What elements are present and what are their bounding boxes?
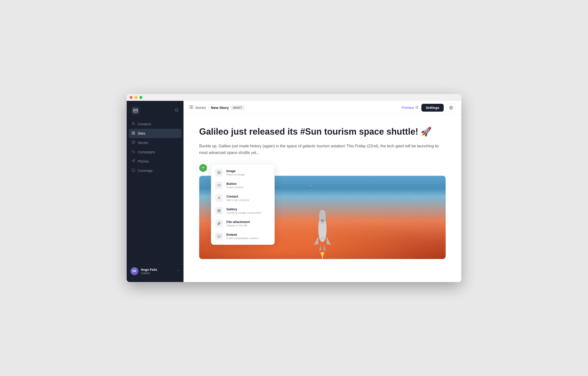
svg-point-27: [321, 219, 324, 221]
block-menu: Image Place an image: [211, 164, 275, 245]
menu-item-button-desc: Insert a button: [226, 186, 270, 189]
menu-item-image[interactable]: Image Place an image: [211, 166, 274, 179]
image-icon: [215, 169, 223, 176]
sidebar-item-coverage-label: Coverage: [138, 169, 153, 173]
menu-item-gallery[interactable]: Gallery Create an image composition: [211, 204, 274, 217]
draft-badge: DRAFT: [231, 106, 244, 110]
svg-rect-19: [219, 209, 220, 210]
menu-item-contact-desc: Add a site contacts: [226, 199, 270, 201]
maximize-dot[interactable]: [139, 96, 142, 99]
sidebar-item-pitches[interactable]: Pitches: [129, 157, 182, 166]
svg-point-2: [132, 122, 134, 124]
article-body[interactable]: Buckle up, Galileo just made history (ag…: [199, 143, 446, 156]
coverage-icon: [132, 168, 135, 173]
svg-rect-28: [319, 237, 326, 239]
menu-item-contact-title: Contact: [226, 195, 270, 198]
svg-rect-22: [218, 235, 220, 237]
breadcrumb-stories[interactable]: Stories: [195, 106, 206, 110]
menu-item-gallery-text: Gallery Create an image composition: [226, 207, 270, 214]
menu-item-gallery-title: Gallery: [226, 207, 270, 211]
sidebar-item-sites[interactable]: Sites: [129, 129, 182, 138]
user-profile[interactable]: HF Hugo Felix Galileo ⌃: [127, 264, 184, 278]
editor-area[interactable]: Galileo just released its #Sun tourism s…: [184, 115, 461, 282]
close-dot[interactable]: [130, 96, 133, 99]
menu-item-image-text: Image Place an image: [226, 169, 270, 176]
svg-point-26: [319, 210, 326, 224]
sidebar-logo-area: [127, 105, 184, 119]
menu-item-button[interactable]: Button Insert a button: [211, 179, 274, 192]
menu-item-embed-text: Embed Insert embeddable content: [226, 233, 270, 240]
svg-point-13: [451, 107, 452, 108]
sidebar-nav: Contacts Sites: [127, 119, 184, 262]
menu-item-button-title: Button: [226, 182, 270, 186]
sidebar-item-pitches-label: Pitches: [138, 159, 149, 163]
contacts-icon: [132, 122, 135, 126]
search-icon[interactable]: [175, 108, 179, 113]
pitches-icon: [132, 159, 135, 164]
sidebar-item-coverage[interactable]: Coverage: [129, 166, 182, 175]
contact-icon: [215, 194, 223, 202]
app-logo-icon: [132, 107, 139, 115]
sidebar-item-stories-label: Stories: [138, 141, 148, 145]
svg-line-1: [177, 111, 178, 112]
button-icon: [215, 181, 223, 189]
embed-icon: [215, 232, 223, 240]
minimize-dot[interactable]: [135, 96, 137, 99]
titlebar: [127, 94, 461, 101]
app-layout: Contacts Sites: [127, 101, 461, 282]
book-icon: [189, 105, 193, 110]
user-company: Galileo: [141, 271, 175, 275]
app-window: Contacts Sites: [127, 94, 461, 282]
svg-rect-4: [134, 132, 135, 133]
sidebar-item-stories[interactable]: Stories: [129, 138, 182, 147]
topbar-actions: Preview Settings: [402, 103, 455, 112]
svg-point-15: [218, 172, 219, 172]
external-link-icon: [416, 106, 418, 109]
svg-rect-20: [218, 211, 219, 212]
breadcrumb-current-title: New Story: [211, 106, 229, 110]
gear-button[interactable]: [447, 103, 455, 112]
menu-item-image-desc: Place an image: [226, 173, 270, 176]
menu-item-embed[interactable]: Embed Insert embeddable content: [211, 230, 274, 243]
settings-button[interactable]: Settings: [421, 104, 444, 112]
star-2: [310, 186, 311, 186]
add-block-button[interactable]: +: [199, 164, 207, 172]
avatar: HF: [131, 267, 138, 275]
stories-icon: [132, 141, 135, 145]
svg-rect-5: [132, 133, 133, 134]
user-name: Hugo Felix: [141, 268, 175, 271]
sidebar: Contacts Sites: [127, 101, 184, 282]
svg-rect-3: [132, 132, 133, 133]
menu-item-image-title: Image: [226, 169, 270, 173]
menu-item-gallery-desc: Create an image composition: [226, 211, 270, 214]
breadcrumb: Stories › New Story DRAFT: [189, 105, 244, 110]
main-content: Stories › New Story DRAFT Preview: [184, 101, 461, 282]
campaigns-icon: [132, 150, 135, 154]
svg-point-17: [219, 197, 220, 198]
menu-item-embed-desc: Insert embeddable content: [226, 237, 270, 240]
sites-icon: [132, 131, 135, 136]
star-3: [372, 181, 372, 181]
preview-button[interactable]: Preview: [402, 106, 418, 110]
svg-line-12: [417, 106, 418, 108]
svg-rect-16: [218, 185, 220, 186]
gallery-icon: [215, 207, 223, 215]
article-title[interactable]: Galileo just released its #Sun tourism s…: [199, 126, 446, 137]
sidebar-item-contacts-label: Contacts: [138, 122, 151, 126]
breadcrumb-separator: ›: [208, 106, 209, 109]
svg-rect-9: [132, 169, 135, 171]
menu-item-file-desc: Upload or link file: [226, 224, 270, 227]
preview-label: Preview: [402, 106, 414, 110]
sidebar-item-campaigns[interactable]: Campaigns: [129, 147, 182, 157]
menu-item-contact[interactable]: Contact Add a site contacts: [211, 192, 274, 204]
menu-item-file-text: File attachment Upload or link file: [226, 220, 270, 227]
menu-item-contact-text: Contact Add a site contacts: [226, 195, 270, 201]
menu-item-file-title: File attachment: [226, 220, 270, 224]
menu-item-file-attachment[interactable]: File attachment Upload or link file: [211, 217, 274, 230]
shuttle-svg: [308, 210, 337, 259]
svg-rect-21: [219, 211, 220, 212]
menu-item-button-text: Button Insert a button: [226, 182, 270, 189]
menu-item-embed-title: Embed: [226, 233, 270, 236]
topbar: Stories › New Story DRAFT Preview: [184, 101, 461, 115]
sidebar-item-contacts[interactable]: Contacts: [129, 119, 182, 129]
